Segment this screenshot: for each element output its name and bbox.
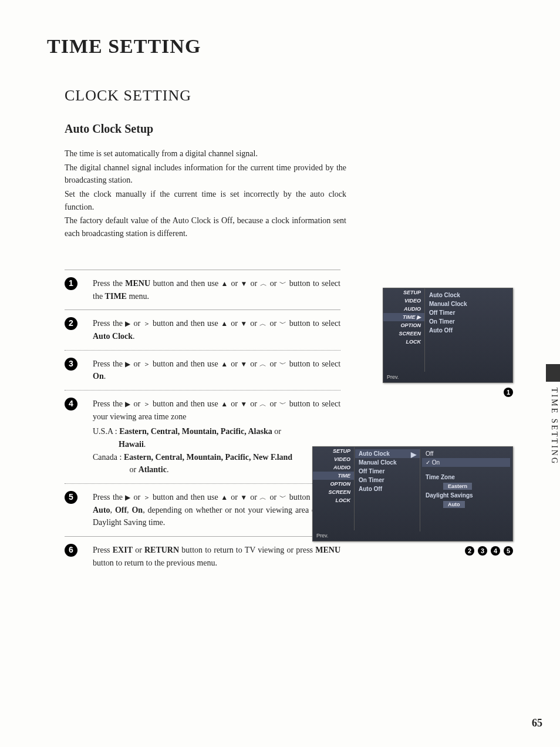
right-icon: ▶ xyxy=(125,400,131,408)
ref-badge-2: 2 xyxy=(465,546,474,556)
step-badge-1: 1 xyxy=(65,277,77,290)
gt-icon: ＞ xyxy=(143,400,150,408)
osd-menu-audio: AUDIO xyxy=(383,305,424,313)
osd-on-label: On xyxy=(432,459,440,466)
osd-menu-video: VIDEO xyxy=(383,297,424,305)
osd-menu-screen: SCREEN xyxy=(313,488,354,496)
osd1-ref-badges: 1 xyxy=(504,388,513,397)
right-icon: ▶ xyxy=(411,450,416,459)
atlantic-label: Atlantic xyxy=(139,465,167,474)
osd-prev-hint: Prev. xyxy=(387,374,399,380)
step-4: 4 Press the ▶ or ＞ button and then use ▲… xyxy=(65,391,340,483)
osd-manual-clock: Manual Clock xyxy=(355,458,420,467)
text: or xyxy=(133,546,144,554)
osd-menu-time-label: TIME xyxy=(403,314,416,320)
osd-off-timer: Off Timer xyxy=(355,467,420,476)
step-badge-2: 2 xyxy=(65,317,77,330)
auto-clock-label: Auto Clock xyxy=(93,332,133,341)
chev-up-icon: ︿ xyxy=(260,280,268,288)
text: or xyxy=(127,465,139,474)
text: or xyxy=(228,279,240,288)
gt-icon: ＞ xyxy=(143,493,150,502)
osd-time-zone-value: Eastern xyxy=(422,482,510,491)
chev-down-icon: ﹀ xyxy=(279,400,287,408)
osd-time-submenu: Auto Clock▶ Manual Clock Off Timer On Ti… xyxy=(355,449,420,531)
text: Press the xyxy=(93,493,125,502)
exit-label: EXIT xyxy=(113,546,133,554)
auto-label: Auto xyxy=(93,506,110,514)
chev-down-icon: ﹀ xyxy=(279,493,287,502)
step-badge-4: 4 xyxy=(65,398,77,410)
text: or xyxy=(248,359,259,368)
up-icon: ▲ xyxy=(221,280,228,288)
step-2: 2 Press the ▶ or ＞ button and then use ▲… xyxy=(65,310,340,349)
menu-label: MENU xyxy=(125,279,150,288)
text: or xyxy=(131,399,143,408)
text: or xyxy=(267,493,279,502)
osd2-ref-badges: 2 3 4 5 xyxy=(465,546,513,556)
ref-badge-3: 3 xyxy=(478,546,487,556)
up-icon: ▲ xyxy=(221,400,228,408)
steps-block: 1 Press the MENU button and then use ▲ o… xyxy=(65,270,340,577)
usa-label: U.S.A : xyxy=(93,427,119,436)
down-icon: ▼ xyxy=(240,400,248,408)
osd-menu-lock: LOCK xyxy=(383,338,424,346)
osd-manual-clock: Manual Clock xyxy=(426,300,490,308)
down-icon: ▼ xyxy=(240,360,248,368)
osd-menu-time: TIME xyxy=(313,472,354,480)
osd-auto-clock: Auto Clock xyxy=(426,291,490,300)
chev-down-icon: ﹀ xyxy=(279,280,287,288)
right-icon: ▶ xyxy=(125,319,131,328)
osd-menu-option: OPTION xyxy=(313,480,354,488)
osd-left-menu: SETUP VIDEO AUDIO TIME OPTION SCREEN LOC… xyxy=(313,447,355,530)
return-label: RETURN xyxy=(144,546,179,554)
osd-menu-setup: SETUP xyxy=(383,288,424,297)
page-title: TIME SETTING xyxy=(47,35,513,58)
osd-time-zone-label: Time Zone xyxy=(422,473,510,482)
step-badge-6: 6 xyxy=(65,544,77,557)
text: Press xyxy=(93,546,113,554)
text: , xyxy=(110,506,115,514)
text: button and then use xyxy=(150,319,221,328)
osd-auto-clock: Auto Clock▶ xyxy=(355,449,420,458)
text: Press the xyxy=(93,399,125,408)
osd-eastern-pill: Eastern xyxy=(443,483,472,490)
text: or xyxy=(267,279,279,288)
right-icon: ▶ xyxy=(125,493,131,502)
text: or xyxy=(248,493,259,502)
osd-menu-time: TIME ▶ xyxy=(383,313,424,321)
right-icon: ▶ xyxy=(125,360,131,368)
osd-menu-screen: SCREEN xyxy=(383,329,424,338)
osd-left-menu: SETUP VIDEO AUDIO TIME ▶ OPTION SCREEN L… xyxy=(383,288,425,372)
step-badge-5: 5 xyxy=(65,491,77,504)
text: . xyxy=(144,440,146,449)
osd-menu-option: OPTION xyxy=(383,321,424,329)
off-label: Off xyxy=(115,506,127,514)
menu-label: MENU xyxy=(315,546,340,554)
text: Press the xyxy=(93,319,125,328)
on-label: On xyxy=(93,372,104,381)
osd-off-timer: Off Timer xyxy=(426,308,490,317)
osd-auto-clock-label: Auto Clock xyxy=(359,450,390,457)
on-label: On xyxy=(131,506,143,514)
osd-screenshot-2: SETUP VIDEO AUDIO TIME OPTION SCREEN LOC… xyxy=(312,446,513,541)
text: . xyxy=(133,332,135,341)
subsection-title: Auto Clock Setup xyxy=(65,122,513,136)
text: button to select xyxy=(286,359,340,368)
osd-daylight-value: Auto xyxy=(422,500,510,509)
osd-auto-off: Auto Off xyxy=(355,484,420,493)
step-1: 1 Press the MENU button and then use ▲ o… xyxy=(65,270,340,309)
text: button and then use xyxy=(150,399,221,408)
text: or xyxy=(272,427,281,436)
text: button and then use xyxy=(150,493,221,502)
text: or xyxy=(131,359,143,368)
intro-p4: The factory default value of the Auto Cl… xyxy=(65,214,346,240)
text: or xyxy=(228,493,240,502)
osd-on-option: ✓ On xyxy=(422,458,510,467)
osd-auto-off: Auto Off xyxy=(426,326,490,335)
chev-up-icon: ︿ xyxy=(259,319,267,328)
text: button to return to the previous menu. xyxy=(93,558,217,567)
osd-prev-hint: Prev. xyxy=(316,533,328,539)
chev-up-icon: ︿ xyxy=(259,360,267,368)
text: or xyxy=(267,319,279,328)
